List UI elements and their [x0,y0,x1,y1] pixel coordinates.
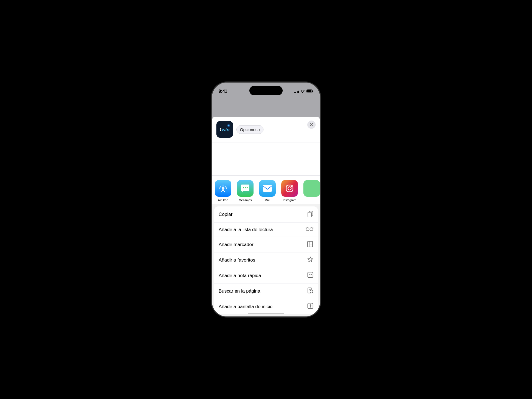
svg-line-29 [313,293,313,293]
book-icon [307,241,313,248]
star-icon [307,256,313,264]
favorites-label: Añadir a favoritos [219,257,255,263]
wifi-icon [300,89,305,94]
options-button[interactable]: Opciones › [236,125,264,134]
svg-point-11 [243,187,244,188]
glasses-icon [306,226,313,233]
svg-point-20 [306,228,309,231]
status-icons [294,89,314,94]
svg-rect-14 [263,185,272,192]
svg-point-10 [222,187,224,190]
mail-label: Mail [265,198,270,202]
messages-label: Mensajes [239,198,252,202]
action-favorites[interactable]: Añadir a favoritos [214,252,318,268]
battery-icon [306,89,313,94]
close-button[interactable] [307,121,316,129]
close-icon [310,123,313,126]
svg-point-21 [310,228,313,231]
svg-point-16 [288,187,291,190]
app-icon-1win: 1 win [216,121,233,138]
share-app-partial[interactable] [301,180,320,202]
action-list: Copiar Añadir a la lista de lectura [214,206,318,314]
svg-text:win: win [222,127,229,132]
svg-rect-2 [307,90,311,92]
share-app-airdrop[interactable]: AirDrop [212,180,234,202]
share-sheet: 1 win Opciones › [212,117,320,316]
svg-rect-1 [313,91,313,92]
svg-point-17 [291,186,292,187]
action-bookmark[interactable]: Añadir marcador [214,237,318,252]
partial-icon [303,180,320,197]
instagram-label: Instagram [283,198,296,202]
airdrop-icon [215,180,231,197]
status-time: 9:41 [219,89,227,94]
airdrop-label: AirDrop [218,198,228,202]
options-label: Opciones [240,127,257,132]
mail-icon [259,180,276,197]
home-indicator [248,313,284,314]
phone-frame: 9:41 [212,83,320,316]
instagram-icon [281,180,298,197]
svg-point-12 [245,187,246,188]
phone-screen: 9:41 [212,83,320,316]
messages-icon [237,180,254,197]
app-share-row: AirDrop Mensajes [212,176,320,204]
svg-rect-19 [308,212,311,217]
search-doc-icon [307,287,313,295]
share-app-instagram[interactable]: Instagram [278,180,301,202]
bookmark-label: Añadir marcador [219,242,254,247]
add-home-label: Añadir a pantalla de inicio [219,304,273,310]
svg-marker-25 [308,257,313,262]
1win-logo-svg: 1 win [218,122,232,136]
find-page-label: Buscar en la página [219,288,260,294]
action-quick-note[interactable]: Añadir a nota rápida [214,268,318,283]
action-add-home[interactable]: Añadir a pantalla de inicio [214,299,318,314]
preview-area [212,142,320,176]
reading-list-label: Añadir a la lista de lectura [219,227,273,232]
signal-bars-icon [294,90,299,93]
share-header: 1 win Opciones › [212,117,320,142]
dynamic-island [249,86,283,95]
svg-point-13 [247,187,248,188]
copy-icon [307,210,313,218]
plus-square-icon [307,303,313,310]
options-chevron-icon: › [259,127,260,132]
copy-label: Copiar [219,212,232,217]
action-copy[interactable]: Copiar [214,206,318,222]
quick-note-label: Añadir a nota rápida [219,273,261,278]
share-app-messages[interactable]: Mensajes [234,180,256,202]
share-app-mail[interactable]: Mail [256,180,278,202]
svg-point-5 [228,125,229,126]
note-icon [307,272,313,279]
action-reading-list[interactable]: Añadir a la lista de lectura [214,222,318,237]
action-find-page[interactable]: Buscar en la página [214,283,318,299]
